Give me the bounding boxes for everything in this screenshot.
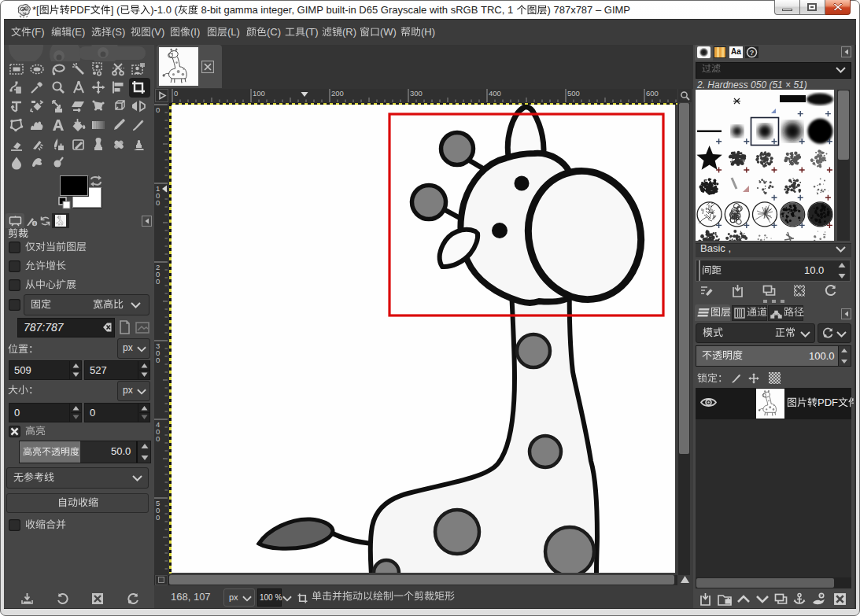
- svg-text:8-bit gamma integer, GIMP buil: 8-bit gamma integer, GIMP built-in D65 G…: [198, 4, 516, 16]
- svg-text:(H): (H): [421, 26, 435, 38]
- svg-text:0: 0: [156, 277, 160, 286]
- svg-text:(R): (R): [342, 26, 356, 38]
- svg-text:500: 500: [567, 89, 580, 98]
- svg-text:)-1.0 (: )-1.0 (: [150, 4, 178, 16]
- svg-text:200: 200: [331, 89, 344, 98]
- svg-text:(C): (C): [267, 26, 281, 38]
- svg-text:600: 600: [646, 89, 659, 98]
- svg-text:0: 0: [156, 434, 160, 443]
- svg-text:(I): (I): [190, 26, 200, 38]
- svg-text:0: 0: [156, 198, 160, 207]
- svg-text:] (: ] (: [111, 4, 120, 16]
- svg-text:0: 0: [156, 356, 160, 364]
- svg-text:) 787x787 – GIMP: ) 787x787 – GIMP: [548, 4, 631, 16]
- svg-text:300: 300: [410, 89, 423, 98]
- svg-text:(V): (V): [151, 26, 164, 38]
- svg-text:(E): (E): [72, 26, 85, 38]
- svg-text:(W): (W): [380, 26, 397, 38]
- svg-text:0: 0: [156, 513, 160, 522]
- svg-text:(L): (L): [227, 26, 240, 38]
- svg-text:100: 100: [253, 89, 265, 98]
- svg-text:0: 0: [174, 89, 178, 98]
- svg-text:PDF: PDF: [818, 397, 838, 408]
- svg-text:(F): (F): [31, 26, 45, 38]
- svg-text:(T): (T): [305, 26, 319, 38]
- svg-text:?: ?: [750, 49, 755, 57]
- svg-text:(S): (S): [112, 26, 125, 38]
- svg-text:0: 0: [156, 105, 160, 114]
- svg-text:400: 400: [489, 89, 501, 98]
- svg-text:PDF: PDF: [70, 4, 90, 16]
- svg-text:Basic ,: Basic ,: [700, 242, 731, 254]
- svg-text:*[: *[: [32, 4, 39, 16]
